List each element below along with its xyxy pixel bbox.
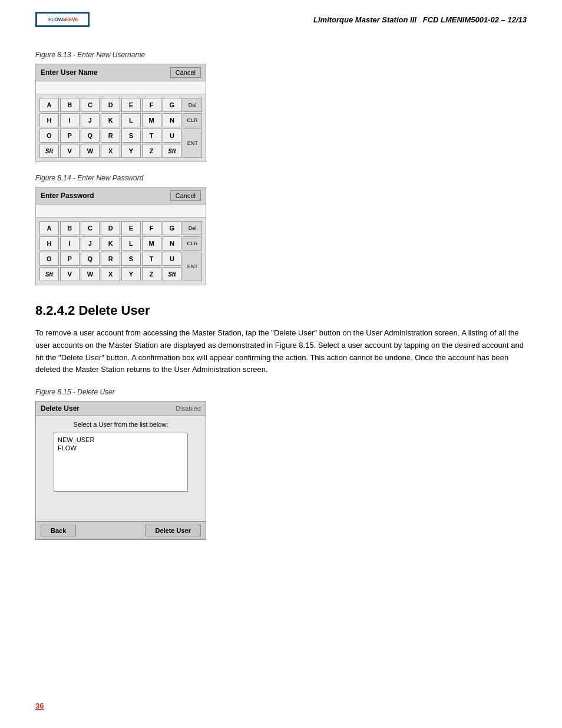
figure14-input-row [36,205,206,218]
page-number: 36 [35,701,44,710]
key-Y[interactable]: Y [121,144,141,158]
key2-I[interactable]: I [60,236,80,251]
key2-S[interactable]: S [121,252,141,266]
figure15-dialog: Delete User Disabled Select a User from … [35,401,206,540]
key2-Del[interactable]: Del [183,221,202,235]
key2-F[interactable]: F [142,221,161,235]
key-Z[interactable]: Z [142,144,161,158]
key-F[interactable]: F [142,98,161,112]
key2-Q[interactable]: Q [81,252,100,266]
figure13-caption: Figure 8.13 - Enter New Username [35,51,527,59]
key-Q[interactable]: Q [81,129,100,143]
key2-Z[interactable]: Z [142,267,161,281]
key2-P[interactable]: P [60,252,80,266]
key-P[interactable]: P [60,129,80,143]
key2-R[interactable]: R [101,252,120,266]
figure15-select-label: Select a User from the list below: [36,416,206,433]
key2-B[interactable]: B [60,221,80,235]
figure13-keyboard: A B C D E F G Del H I J K L M N CLR O P … [36,94,206,162]
key2-G[interactable]: G [163,221,182,235]
key-C[interactable]: C [81,98,100,112]
key2-M[interactable]: M [142,236,161,251]
figure14-title: Enter Password [41,192,94,200]
key-H[interactable]: H [39,113,59,127]
key-X[interactable]: X [101,144,120,158]
key-T[interactable]: T [142,129,161,143]
header: FLOW SERVE Limitorque Master Station III… [35,12,527,33]
figure14-caption: Figure 8.14 - Enter New Password [35,174,527,182]
key-Sft-right[interactable]: Sft [163,144,182,158]
figure14-cancel-button[interactable]: Cancel [170,190,201,201]
key2-H[interactable]: H [39,236,59,251]
key-R[interactable]: R [101,129,120,143]
figure13-cancel-button[interactable]: Cancel [170,67,201,78]
key-Sft-left[interactable]: Sft [39,144,59,158]
key-S[interactable]: S [121,129,141,143]
key2-T[interactable]: T [142,252,161,266]
figure13-title: Enter User Name [41,68,98,77]
key2-O[interactable]: O [39,252,59,266]
list-item-flow[interactable]: FLOW [58,444,184,452]
key-M[interactable]: M [142,113,161,127]
key-O[interactable]: O [39,129,59,143]
figure15-header: Delete User Disabled [36,401,206,416]
key-G[interactable]: G [163,98,182,112]
key2-A[interactable]: A [39,221,59,235]
figure13-header: Enter User Name Cancel [36,64,206,81]
key2-Sft-left[interactable]: Sft [39,267,59,281]
key-J[interactable]: J [81,113,100,127]
figure14-header: Enter Password Cancel [36,187,206,205]
key2-U[interactable]: U [163,252,182,266]
key2-L[interactable]: L [121,236,141,251]
key2-V[interactable]: V [60,267,80,281]
logo-area: FLOW SERVE [35,12,90,27]
key-D[interactable]: D [101,98,120,112]
key2-X[interactable]: X [101,267,120,281]
key2-K[interactable]: K [101,236,120,251]
flowserve-wave-icon: FLOW SERVE [42,16,83,23]
key2-C[interactable]: C [81,221,100,235]
figure14-keyboard: A B C D E F G Del H I J K L M N CLR O P … [36,218,206,285]
page: FLOW SERVE Limitorque Master Station III… [0,0,562,728]
key-E[interactable]: E [121,98,141,112]
key2-Y[interactable]: Y [121,267,141,281]
figure15-delete-button[interactable]: Delete User [145,525,201,536]
key2-CLR[interactable]: CLR [183,236,202,251]
key2-D[interactable]: D [101,221,120,235]
key-V[interactable]: V [60,144,80,158]
figure13-input-row [36,81,206,94]
section-body-text: To remove a user account from accessing … [35,327,527,376]
figure15-user-list[interactable]: NEW_USER FLOW [54,433,188,492]
key2-N[interactable]: N [163,236,182,251]
key-Del[interactable]: Del [183,98,202,112]
section-heading: 8.2.4.2 Delete User [35,303,527,318]
figure14-dialog: Enter Password Cancel A B C D E F G Del … [35,187,206,285]
key-U[interactable]: U [163,129,182,143]
key2-E[interactable]: E [121,221,141,235]
logo-box: FLOW SERVE [35,12,90,27]
key-K[interactable]: K [101,113,120,127]
svg-text:FLOW: FLOW [48,17,63,22]
figure15-title: Delete User [41,404,80,413]
figure15-footer: Back Delete User [36,521,206,539]
key-A[interactable]: A [39,98,59,112]
key2-J[interactable]: J [81,236,100,251]
key2-Sft-right[interactable]: Sft [163,267,182,281]
key-I[interactable]: I [60,113,80,127]
key-W[interactable]: W [81,144,100,158]
figure15-disabled-badge: Disabled [176,405,201,412]
header-title: Limitorque Master Station III FCD LMENIM… [313,15,527,24]
key-L[interactable]: L [121,113,141,127]
key2-W[interactable]: W [81,267,100,281]
key2-ENT[interactable]: ENT [183,252,202,281]
figure13-dialog: Enter User Name Cancel A B C D E F G Del… [35,64,206,162]
svg-text:SERVE: SERVE [62,17,79,22]
list-item-new-user[interactable]: NEW_USER [58,436,184,444]
key-B[interactable]: B [60,98,80,112]
key-ENT[interactable]: ENT [183,129,202,158]
figure15-caption: Figure 8.15 - Delete User [35,388,527,396]
key-N[interactable]: N [163,113,182,127]
figure15-back-button[interactable]: Back [41,525,76,536]
key-CLR[interactable]: CLR [183,113,202,127]
